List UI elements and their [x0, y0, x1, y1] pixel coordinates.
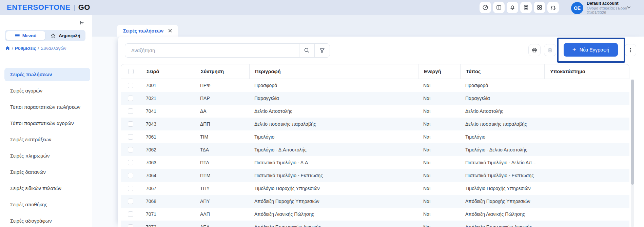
table-row[interactable]: 7043 ΔΠΠ Δελτίο ποσοτικής παραλαβής Ναι …: [121, 118, 629, 130]
table-row[interactable]: 7062 ΤΔΑ Τιμολόγιο - Δ.Αποστολής Ναι Τιμ…: [121, 143, 629, 156]
row-checkbox[interactable]: [128, 83, 133, 88]
table-row[interactable]: 7064 ΠΤΜ Πιστωτικό Τιμολόγιο - Εκπτωσης …: [121, 169, 629, 182]
table-body: 7001 ΠΡΦ Προσφορά Ναι Προσφορά 7021 ΠΑΡ …: [121, 79, 629, 227]
sidebar-collapse-button[interactable]: [78, 19, 85, 26]
sidebar-menu-item[interactable]: Τύποι παραστατικών πωλήσεων: [4, 100, 90, 114]
cell-energi: Ναι: [418, 186, 460, 191]
table-row[interactable]: 7068 ΑΠΥ Απόδειξη Παροχής Υπηρεσιών Ναι …: [121, 195, 629, 208]
cell-syntmisi: ΑΕΛ: [195, 224, 249, 227]
library-button[interactable]: [493, 2, 505, 13]
dashboard-button[interactable]: [480, 2, 491, 13]
close-icon[interactable]: [168, 29, 172, 33]
logo-secondary-text: GO: [78, 3, 90, 12]
sidebar-menu-item[interactable]: Σειρές αξιογράφων: [4, 214, 90, 227]
row-checkbox[interactable]: [128, 173, 133, 178]
chevron-down-icon[interactable]: [627, 5, 631, 9]
printer-icon: [531, 47, 538, 53]
cell-typos: Παραγγελία: [460, 96, 544, 101]
favorites-toggle-button[interactable]: Δημοφιλή: [45, 30, 85, 41]
scrollbar-thumb[interactable]: [631, 80, 634, 185]
row-checkbox[interactable]: [128, 108, 133, 114]
cell-syntmisi: ΔΑ: [195, 108, 249, 114]
column-header-typos[interactable]: Τύπος: [460, 64, 544, 79]
column-header-energi[interactable]: Ενεργή: [418, 64, 460, 79]
select-all-checkbox[interactable]: [128, 69, 134, 74]
sidebar-menu-list: Σειρές πωλήσεων Σειρές αγορών Τύποι παρα…: [4, 68, 90, 227]
notifications-button[interactable]: [507, 2, 518, 13]
widgets-button[interactable]: [534, 2, 545, 13]
support-button[interactable]: [547, 2, 559, 13]
row-checkbox[interactable]: [128, 147, 133, 152]
more-options-button[interactable]: [625, 44, 636, 56]
column-header-ypokatastima[interactable]: Υποκατάστημα: [544, 64, 630, 79]
home-icon[interactable]: [5, 46, 10, 50]
sidebar-menu-item[interactable]: Σειρές αποθήκης: [4, 198, 90, 211]
breadcrumb-separator: /: [38, 46, 39, 51]
sidebar-menu-item-label: Σειρές ειδικών πελατών: [10, 186, 61, 191]
sidebar-menu-item[interactable]: Σειρές πληρωμών: [4, 149, 90, 163]
cell-energi: Ναι: [418, 160, 460, 165]
cell-typos: Πιστωτικό Τιμολόγιο - Δελτίο Απο...: [460, 160, 544, 165]
cell-energi: Ναι: [418, 147, 460, 152]
sidebar-menu-item[interactable]: Σειρές αγορών: [4, 84, 90, 98]
row-checkbox[interactable]: [128, 134, 133, 140]
sidebar-menu-item[interactable]: Σειρές δαπανών: [4, 165, 90, 179]
table-row[interactable]: 7001 ΠΡΦ Προσφορά Ναι Προσφορά: [121, 79, 629, 92]
column-header-perigrafi[interactable]: Περιγραφή: [249, 64, 418, 79]
cell-perigrafi: Απόδειξη Λιανικής Πώλησης: [249, 211, 418, 217]
cell-typos: Τιμολόγιο Παροχής Υπηρεσιών: [460, 186, 544, 191]
row-checkbox[interactable]: [128, 211, 133, 217]
cell-energi: Ναι: [418, 96, 460, 101]
cell-syntmisi: ΤΠΥ: [195, 186, 249, 191]
account-name: Default account: [587, 1, 627, 6]
column-header-syntmisi[interactable]: Σύντμηση: [195, 64, 249, 79]
cell-typos: Δελτίο ποσοτικής παραλαβής: [460, 121, 544, 127]
delete-button[interactable]: [544, 44, 556, 56]
cell-perigrafi: Απόδειξη Επιστροφών Λιανικής: [249, 224, 418, 227]
cell-seira: 7067: [140, 186, 195, 191]
table-row[interactable]: 7021 ΠΑΡ Παραγγελία Ναι Παραγγελία: [121, 92, 629, 105]
sidebar-menu-item[interactable]: Σειρές πωλήσεων: [4, 68, 90, 81]
cell-perigrafi: Παραγγελία: [249, 96, 418, 101]
sidebar-menu-item[interactable]: Τύποι παραστατικών αγορών: [4, 117, 90, 130]
table-row[interactable]: 7063 ΠΤΔ Πιστωτικό Τιμολόγιο - Δ.Α Ναι Π…: [121, 156, 629, 169]
search-button[interactable]: [299, 44, 314, 57]
sidebar-menu-item-label: Σειρές πληρωμών: [10, 153, 50, 159]
sidebar-menu-item[interactable]: Σειρές εισπράξεων: [4, 133, 90, 146]
cell-seira: 7063: [140, 160, 195, 165]
table-row[interactable]: 7041 ΔΑ Δελτίο Αποστολής Ναι Δελτίο Αποσ…: [121, 105, 629, 118]
column-header-seira[interactable]: Σειρά: [141, 64, 195, 79]
row-checkbox[interactable]: [128, 160, 133, 165]
row-checkbox-cell: [121, 92, 140, 105]
breadcrumb-item-settings[interactable]: Ρυθμίσεις: [15, 46, 36, 51]
cell-seira: 7061: [140, 134, 195, 140]
apps-button[interactable]: [520, 2, 532, 13]
avatar[interactable]: OE: [571, 2, 583, 14]
table-row[interactable]: 7061 ΤΙΜ Τιμολόγιο Ναι Τιμολόγιο: [121, 130, 629, 143]
sidebar-view-toggle: Μενού Δημοφιλή: [5, 30, 85, 41]
account-menu[interactable]: OE Default account Ονομα εταιρείας | Εδρ…: [571, 1, 627, 15]
sidebar-menu-item-label: Τύποι παραστατικών αγορών: [10, 121, 74, 126]
table-row[interactable]: 7072 ΑΕΛ Απόδειξη Επιστροφών Λιανικής Να…: [121, 221, 629, 227]
row-checkbox[interactable]: [128, 199, 133, 204]
row-checkbox[interactable]: [128, 96, 133, 101]
account-date: 21/01/2026: [587, 11, 627, 15]
table-row[interactable]: 7067 ΤΠΥ Τιμολόγιο Παροχής Υπηρεσιών Ναι…: [121, 182, 629, 195]
cell-syntmisi: ΠΤΜ: [195, 173, 249, 178]
row-checkbox[interactable]: [128, 186, 133, 191]
tab-sales-series[interactable]: Σειρές πωλήσεων: [117, 25, 178, 37]
sidebar-menu-item-label: Σειρές αξιογράφων: [10, 218, 52, 224]
logo-separator: |: [74, 4, 75, 11]
filter-button[interactable]: [314, 44, 330, 57]
sidebar-menu-item[interactable]: Σειρές ειδικών πελατών: [4, 182, 90, 195]
table-row[interactable]: 7071 ΑΛΠ Απόδειξη Λιανικής Πώλησης Ναι Α…: [121, 208, 629, 221]
new-record-button[interactable]: + Νέα Εγγραφή: [564, 43, 618, 57]
speedometer-icon: [482, 4, 488, 11]
menu-toggle-button[interactable]: Μενού: [6, 31, 45, 40]
breadcrumb: / Ρυθμίσεις / Συναλλαγών: [5, 45, 66, 51]
row-checkbox[interactable]: [128, 121, 133, 127]
search-input[interactable]: [125, 44, 299, 57]
breadcrumb-item-transactions[interactable]: Συναλλαγών: [41, 46, 66, 51]
row-checkbox[interactable]: [128, 224, 133, 227]
print-button[interactable]: [528, 44, 541, 56]
